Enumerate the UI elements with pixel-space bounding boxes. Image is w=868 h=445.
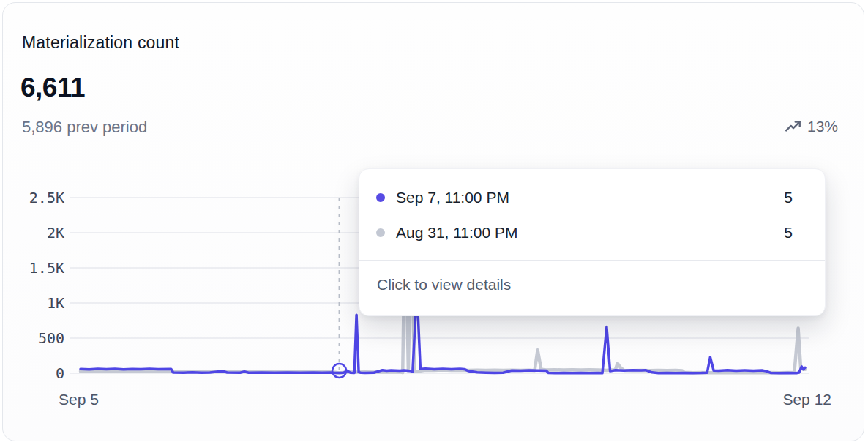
metric-value: 6,611 (20, 72, 85, 103)
tooltip-previous-value: 5 (784, 224, 793, 242)
x-tick-sep5: Sep 5 (59, 391, 99, 408)
trending-up-icon (785, 119, 802, 134)
y-tick-1500: 1.5K (7, 259, 64, 277)
y-tick-500: 500 (7, 329, 64, 347)
y-tick-1000: 1K (7, 294, 64, 312)
tooltip-previous-label: Aug 31, 11:00 PM (396, 224, 518, 242)
current-series-dot-icon (376, 193, 385, 202)
y-tick-2000: 2K (7, 224, 64, 242)
page-title: Materialization count (22, 33, 179, 53)
tooltip-row-current: Sep 7, 11:00 PM 5 (359, 180, 825, 215)
prev-period-value: 5,896 prev period (22, 118, 147, 137)
chart-tooltip[interactable]: Sep 7, 11:00 PM 5 Aug 31, 11:00 PM 5 Cli… (359, 168, 826, 316)
x-tick-sep12: Sep 12 (782, 391, 831, 408)
trend-percentage: 13% (807, 118, 838, 135)
tooltip-row-previous: Aug 31, 11:00 PM 5 (359, 215, 825, 250)
y-tick-0: 0 (7, 364, 64, 382)
tooltip-current-value: 5 (784, 189, 793, 206)
tooltip-current-label: Sep 7, 11:00 PM (396, 189, 509, 206)
tooltip-footer-hint: Click to view details (359, 261, 825, 293)
y-tick-2500: 2.5K (7, 189, 64, 206)
trend-indicator: 13% (785, 118, 838, 135)
metric-card-screen: Materialization count 6,611 5,896 prev p… (0, 0, 868, 445)
previous-series-dot-icon (376, 228, 385, 237)
